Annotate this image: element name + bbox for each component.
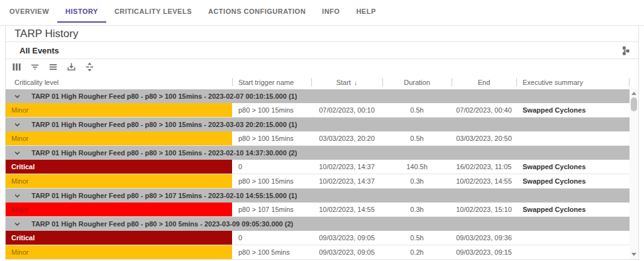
tab-label: OVERVIEW xyxy=(9,8,49,15)
scrollbar-thumb[interactable] xyxy=(631,97,637,111)
start-cell: 03/03/2023, 20:20 xyxy=(311,131,382,145)
executive-summary-cell xyxy=(516,131,630,145)
column-header-row: Criticality level Start trigger name Sta… xyxy=(6,75,630,89)
tab-bar: OVERVIEWHISTORYCRITICALITY LEVELSACTIONS… xyxy=(0,0,644,25)
grid-rows: TARP 01 High Rougher Feed p80 - p80 > 10… xyxy=(6,89,630,260)
vertical-scrollbar xyxy=(630,89,638,259)
criticality-badge: Minor xyxy=(6,174,232,188)
event-row[interactable]: Major p80 > 107 15mins 10/02/2023, 14:55… xyxy=(6,203,630,217)
end-cell: 09/03/2023, 09:15 xyxy=(452,245,516,259)
start-cell: 09/03/2023, 09:05 xyxy=(311,231,382,245)
start-trigger-cell: p80 > 100 15mins xyxy=(232,174,311,188)
group-row[interactable]: TARP 01 High Rougher Feed p80 - p80 > 10… xyxy=(6,217,630,231)
group-row[interactable]: TARP 01 High Rougher Feed p80 - p80 > 10… xyxy=(6,146,630,160)
column-header-label: Criticality level xyxy=(14,79,58,86)
event-row[interactable]: Critical 0 09/03/2023, 09:05 0.5h 09/03/… xyxy=(6,231,630,245)
executive-summary-cell: Swapped Cyclones xyxy=(516,203,630,216)
column-header-label: Executive summary xyxy=(523,79,583,86)
tab-criticality-levels[interactable]: CRITICALITY LEVELS xyxy=(106,1,200,23)
start-trigger-cell: p80 > 100 5mins xyxy=(232,245,311,259)
filter-icon[interactable] xyxy=(28,61,42,74)
event-row[interactable]: Minor p80 > 100 15mins 03/03/2023, 20:20… xyxy=(6,131,630,146)
executive-summary-cell xyxy=(516,245,630,259)
group-row[interactable]: TARP 01 High Rougher Feed p80 - p80 > 10… xyxy=(6,189,630,203)
criticality-badge: Minor xyxy=(6,131,232,145)
tab-label: CRITICALITY LEVELS xyxy=(114,8,192,15)
end-cell: 16/02/2023, 11:05 xyxy=(452,160,516,174)
group-label: TARP 01 High Rougher Feed p80 - p80 > 10… xyxy=(31,192,297,199)
column-header-label: Duration xyxy=(404,79,430,86)
executive-summary-cell: Swapped Cyclones xyxy=(516,174,630,188)
event-row[interactable]: Minor p80 > 100 15mins 07/02/2023, 00:10… xyxy=(6,103,630,118)
chevron-down-icon xyxy=(14,221,21,228)
scroll-down-button[interactable] xyxy=(630,250,638,258)
end-cell: 07/02/2023, 00:40 xyxy=(452,103,516,117)
end-cell: 09/03/2023, 09:36 xyxy=(452,231,516,245)
group-row[interactable]: TARP 01 High Rougher Feed p80 - p80 > 10… xyxy=(6,89,630,103)
start-cell: 07/02/2023, 00:10 xyxy=(311,103,382,117)
duration-cell: 140.5h xyxy=(382,160,452,174)
download-icon[interactable] xyxy=(64,61,78,74)
chevron-down-icon xyxy=(14,150,21,157)
group-label: TARP 01 High Rougher Feed p80 - p80 > 10… xyxy=(31,121,297,128)
events-grid: Criticality level Start trigger name Sta… xyxy=(6,58,638,260)
start-cell: 09/03/2023, 09:05 xyxy=(311,245,382,259)
column-header-start[interactable]: Start ↓ xyxy=(311,75,382,89)
event-row[interactable]: Minor p80 > 100 15mins 10/02/2023, 14:37… xyxy=(6,174,630,189)
tab-label: HISTORY xyxy=(65,8,98,15)
end-cell: 10/02/2023, 14:55 xyxy=(452,174,516,188)
duration-cell: 0.2h xyxy=(382,245,452,259)
chevron-down-icon xyxy=(14,121,21,128)
end-cell: 03/03/2023, 20:50 xyxy=(452,131,516,145)
start-cell: 10/02/2023, 14:37 xyxy=(311,174,382,188)
group-row[interactable]: TARP 01 High Rougher Feed p80 - p80 > 10… xyxy=(6,118,630,131)
tab-actions-configuration[interactable]: ACTIONS CONFIGURATION xyxy=(200,1,314,23)
end-cell: 10/02/2023, 15:10 xyxy=(452,203,516,216)
tab-info[interactable]: INFO xyxy=(314,1,348,23)
column-header-end[interactable]: End xyxy=(452,75,516,89)
executive-summary-cell: Swapped Cyclones xyxy=(516,160,630,174)
columns-icon[interactable] xyxy=(9,61,23,74)
column-header-start-trigger-name[interactable]: Start trigger name xyxy=(232,75,311,89)
duration-cell: 0.3h xyxy=(382,203,452,216)
column-header-label: Start xyxy=(336,79,351,86)
criticality-badge: Minor xyxy=(6,103,232,117)
start-cell: 10/02/2023, 14:55 xyxy=(311,203,382,216)
scroll-up-button[interactable] xyxy=(630,89,638,97)
chevron-down-icon xyxy=(14,93,21,100)
tab-help[interactable]: HELP xyxy=(348,1,384,23)
criticality-badge: Critical xyxy=(6,231,232,245)
group-label: TARP 01 High Rougher Feed p80 - p80 > 10… xyxy=(31,149,297,157)
tab-label: ACTIONS CONFIGURATION xyxy=(208,8,306,15)
group-label: TARP 01 High Rougher Feed p80 - p80 > 10… xyxy=(31,92,297,100)
tab-history[interactable]: HISTORY xyxy=(57,1,106,23)
grid-toolbar xyxy=(6,59,638,75)
executive-summary-cell xyxy=(516,231,630,245)
event-row[interactable]: Minor p80 > 100 5mins 09/03/2023, 09:05 … xyxy=(6,245,630,260)
column-header-label: Start trigger name xyxy=(238,79,294,86)
duration-cell: 0.5h xyxy=(382,131,452,145)
density-icon[interactable] xyxy=(46,61,60,74)
duration-cell: 0.5h xyxy=(382,103,452,117)
page-title: TARP History xyxy=(6,26,638,42)
criticality-badge: Minor xyxy=(6,245,232,259)
criticality-badge: Major xyxy=(6,203,232,216)
event-row[interactable]: Critical 0 10/02/2023, 14:37 140.5h 16/0… xyxy=(6,160,630,174)
start-trigger-cell: p80 > 107 15mins xyxy=(232,203,311,216)
column-header-duration[interactable]: Duration xyxy=(382,75,452,89)
start-trigger-cell: p80 > 100 15mins xyxy=(232,103,311,117)
start-trigger-cell: 0 xyxy=(232,160,311,174)
column-header-executive-summary[interactable]: Executive summary xyxy=(516,75,630,89)
hierarchy-icon[interactable] xyxy=(617,43,631,57)
executive-summary-cell: Swapped Cyclones xyxy=(516,103,630,117)
column-header-label: End xyxy=(478,79,491,86)
content-card: TARP History All Events xyxy=(5,26,639,260)
row-height-icon[interactable] xyxy=(82,61,96,74)
panel-title: All Events xyxy=(19,46,59,55)
chevron-down-icon xyxy=(14,192,21,199)
tab-label: HELP xyxy=(356,8,375,15)
tab-overview[interactable]: OVERVIEW xyxy=(1,1,57,23)
panel-header: All Events xyxy=(6,42,638,58)
column-header-criticality-level[interactable]: Criticality level xyxy=(6,75,232,89)
duration-cell: 0.3h xyxy=(382,174,452,188)
